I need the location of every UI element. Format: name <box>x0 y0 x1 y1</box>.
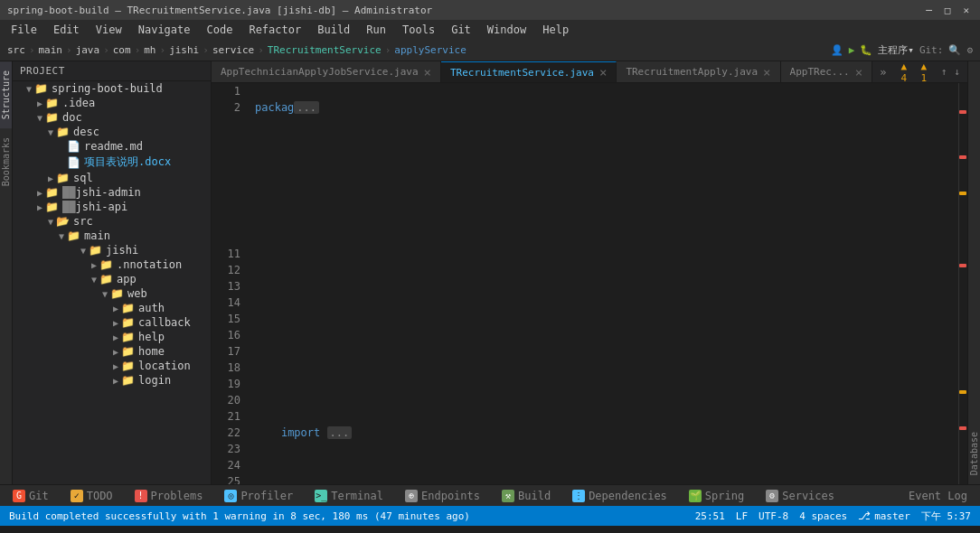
dependencies-tab[interactable]: ⋮ Dependencies <box>567 488 673 504</box>
nav-down-icon[interactable]: ↓ <box>954 66 960 78</box>
git-tab[interactable]: G Git <box>7 488 54 504</box>
tree-item-app[interactable]: ▼ 📁 app <box>13 272 211 286</box>
menu-edit[interactable]: Edit <box>46 22 87 38</box>
tree-item-home[interactable]: ▶ 📁 home <box>13 344 211 359</box>
tab-close-apptechnician[interactable]: × <box>424 65 431 79</box>
menu-tools[interactable]: Tools <box>395 22 442 38</box>
nav-java[interactable]: java <box>76 44 100 56</box>
todo-tab[interactable]: ✓ TODO <box>65 488 118 504</box>
structure-label[interactable]: Structure <box>0 61 12 128</box>
nav-search-icon[interactable]: 🔍 <box>948 44 961 56</box>
tree-item-auth[interactable]: ▶ 📁 auth <box>13 301 211 315</box>
menu-help[interactable]: Help <box>535 22 576 38</box>
window-controls[interactable]: ─ □ ✕ <box>922 5 973 16</box>
menu-navigate[interactable]: Navigate <box>131 22 198 38</box>
tree-item-src[interactable]: ▼ 📂 src <box>13 214 211 229</box>
nav-program-label[interactable]: 主程序▾ <box>878 43 914 57</box>
code-editor[interactable]: 1 2 3456 78910 11 12 13 14 15 16 17 18 1… <box>212 83 967 484</box>
problems-tab-icon: ! <box>135 490 147 502</box>
nav-main[interactable]: main <box>39 44 63 56</box>
tree-item-annotation[interactable]: ▶ 📁 .nnotation <box>13 257 211 272</box>
tree-item-readme[interactable]: ▶ 📄 readme.md <box>13 139 211 154</box>
file-tree[interactable]: Project ▼ 📁 spring-boot-build ▶ 📁 .idea … <box>13 61 212 484</box>
tree-item-jshi-admin[interactable]: ▶ 📁 ██jshi-admin <box>13 185 211 200</box>
tree-item-login[interactable]: ▶ 📁 login <box>13 373 211 388</box>
tree-item-callback[interactable]: ▶ 📁 callback <box>13 315 211 330</box>
build-tab[interactable]: ⚒ Build <box>496 488 556 504</box>
file-icon-docx: 📄 <box>67 156 80 169</box>
nav-bar: src › main › java › com › mh › jishi › s… <box>0 40 980 61</box>
spring-tab[interactable]: 🌱 Spring <box>683 488 749 504</box>
event-log-tab[interactable]: Event Log <box>903 488 973 504</box>
maximize-btn[interactable]: □ <box>941 5 955 16</box>
menu-refactor[interactable]: Refactor <box>241 22 308 38</box>
tree-item-sql[interactable]: ▶ 📁 sql <box>13 171 211 185</box>
close-btn[interactable]: ✕ <box>959 5 973 16</box>
nav-up-icon[interactable]: ↑ <box>941 66 947 78</box>
tab-apptrc[interactable]: AppTRec... × <box>781 61 873 82</box>
terminal-tab[interactable]: >_ Terminal <box>309 488 389 504</box>
nav-run-icon[interactable]: ▶ <box>849 44 855 56</box>
menu-run[interactable]: Run <box>359 22 393 38</box>
tab-close-apptrc[interactable]: × <box>855 65 862 79</box>
tree-item-help[interactable]: ▶ 📁 help <box>13 330 211 344</box>
menu-git[interactable]: Git <box>444 22 478 38</box>
git-branch[interactable]: ⎇ master <box>858 510 910 522</box>
nav-class[interactable]: TRecruitmentService <box>268 44 382 56</box>
tab-trecruitment[interactable]: TRecruitmentService.java × <box>441 61 617 82</box>
tab-overflow-button[interactable]: » <box>872 61 893 82</box>
tab-close-tapply[interactable]: × <box>763 65 770 79</box>
tree-item-jshi-api[interactable]: ▶ 📁 ██jshi-api <box>13 200 211 214</box>
code-line-11: import ... <box>255 425 951 441</box>
menu-view[interactable]: View <box>89 22 129 38</box>
editor-area: AppTechnicianApplyJobService.java × TRec… <box>212 61 967 484</box>
bookmarks-label[interactable]: Bookmarks <box>0 128 12 195</box>
tab-tapply[interactable]: TRecruitmentApply.java × <box>617 61 780 82</box>
minimize-btn[interactable]: ─ <box>922 5 936 16</box>
tree-item-doc[interactable]: ▼ 📁 doc <box>13 110 211 125</box>
encoding[interactable]: UTF-8 <box>759 510 788 522</box>
nav-src[interactable]: src <box>7 44 25 56</box>
tree-item-main[interactable]: ▼ 📁 main <box>13 229 211 243</box>
tree-item-root[interactable]: ▼ 📁 spring-boot-build <box>13 81 211 96</box>
profiler-tab[interactable]: ◎ Profiler <box>219 488 298 504</box>
tree-item-web[interactable]: ▼ 📁 web <box>13 286 211 301</box>
tree-item-idea[interactable]: ▶ 📁 .idea <box>13 96 211 110</box>
nav-mh[interactable]: mh <box>144 44 155 56</box>
tab-close-trecruitment[interactable]: × <box>599 65 607 79</box>
menu-code[interactable]: Code <box>200 22 240 38</box>
menu-build[interactable]: Build <box>310 22 357 38</box>
folder-icon-jshi-admin: 📁 <box>45 186 59 199</box>
database-label[interactable]: Database <box>968 423 980 484</box>
nav-debug-icon[interactable]: 🐛 <box>860 44 872 56</box>
folder-icon-main: 📁 <box>67 229 80 242</box>
warning-count2: ▲ 1 <box>921 61 934 83</box>
menu-file[interactable]: File <box>4 22 44 38</box>
line-numbers: 1 2 3456 78910 11 12 13 14 15 16 17 18 1… <box>212 83 248 484</box>
error-stripe <box>958 83 967 484</box>
side-labels-left: Structure Bookmarks <box>0 61 13 484</box>
cursor-position[interactable]: 25:51 <box>695 510 725 522</box>
tree-item-desc[interactable]: ▼ 📁 desc <box>13 125 211 139</box>
nav-user-icon[interactable]: 👤 <box>831 44 843 56</box>
tree-item-location[interactable]: ▶ 📁 location <box>13 359 211 373</box>
nav-jishi[interactable]: jishi <box>169 44 199 56</box>
tab-apptechnician[interactable]: AppTechnicianApplyJobService.java × <box>212 61 441 82</box>
services-tab[interactable]: ⚙ Services <box>760 488 840 504</box>
menu-window[interactable]: Window <box>480 22 533 38</box>
nav-git-icon[interactable]: Git: <box>919 44 944 56</box>
indent-setting[interactable]: 4 spaces <box>799 510 847 522</box>
line-endings[interactable]: LF <box>736 510 748 522</box>
nav-com[interactable]: com <box>113 44 131 56</box>
tree-item-docx[interactable]: ▶ 📄 项目表说明.docx <box>13 154 211 171</box>
code-content[interactable]: packag... import ... /** * <p> * 服务实现类 *… <box>248 83 958 484</box>
endpoints-tab[interactable]: ⊕ Endpoints <box>400 488 485 504</box>
services-tab-label: Services <box>782 490 834 502</box>
nav-service[interactable]: service <box>212 44 254 56</box>
error-mark-3 <box>959 264 966 267</box>
tree-item-jishi[interactable]: ▼ 📁 jishi <box>13 243 211 257</box>
right-side-panel: Database <box>967 61 980 484</box>
nav-settings-icon[interactable]: ⚙ <box>966 44 973 56</box>
problems-tab[interactable]: ! Problems <box>129 488 209 504</box>
nav-method[interactable]: applyService <box>394 44 466 56</box>
